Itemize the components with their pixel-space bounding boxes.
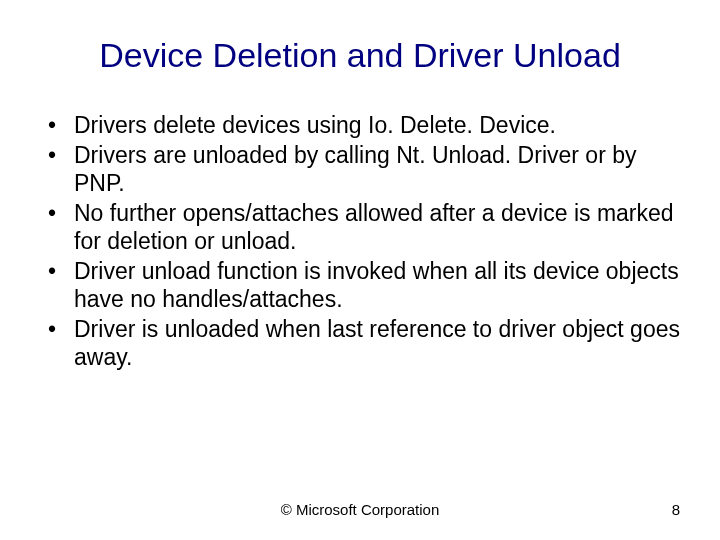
bullet-item: Drivers are unloaded by calling Nt. Unlo…: [48, 141, 680, 197]
bullet-item: No further opens/attaches allowed after …: [48, 199, 680, 255]
copyright-text: © Microsoft Corporation: [60, 501, 660, 518]
bullet-list: Drivers delete devices using Io. Delete.…: [40, 111, 680, 371]
bullet-item: Drivers delete devices using Io. Delete.…: [48, 111, 680, 139]
footer: © Microsoft Corporation 8: [0, 501, 720, 518]
bullet-item: Driver unload function is invoked when a…: [48, 257, 680, 313]
page-number: 8: [660, 501, 680, 518]
slide: Device Deletion and Driver Unload Driver…: [0, 0, 720, 540]
slide-title: Device Deletion and Driver Unload: [40, 36, 680, 75]
bullet-item: Driver is unloaded when last reference t…: [48, 315, 680, 371]
